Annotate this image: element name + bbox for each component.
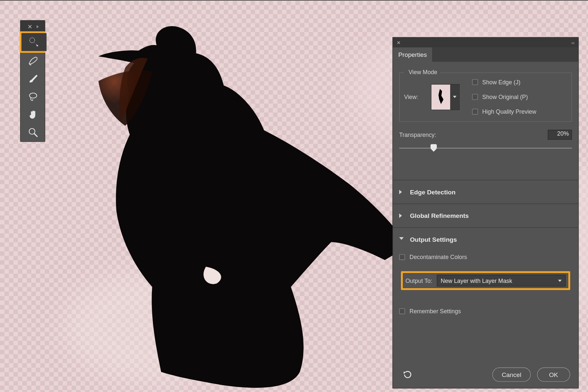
chevron-down-icon[interactable] bbox=[450, 84, 459, 109]
tools-toolbar: ✕ ›› bbox=[20, 20, 45, 142]
show-original-checkbox[interactable]: Show Original (P) bbox=[472, 93, 536, 100]
svg-point-0 bbox=[30, 38, 35, 43]
show-edge-checkbox[interactable]: Show Edge (J) bbox=[472, 79, 536, 86]
refine-brush-icon bbox=[27, 55, 39, 67]
output-to-label: Output To: bbox=[405, 277, 432, 284]
tab-strip bbox=[433, 47, 579, 62]
chevron-right-icon bbox=[399, 213, 404, 218]
transparency-slider[interactable] bbox=[399, 142, 572, 156]
view-label: View: bbox=[404, 93, 418, 100]
collapse-icon[interactable]: ‹‹ bbox=[571, 40, 575, 45]
output-to-highlight: Output To: New Layer with Layer Mask bbox=[401, 271, 570, 290]
view-mode-dropdown[interactable] bbox=[431, 84, 460, 110]
reset-icon bbox=[403, 370, 413, 379]
chevron-right-icon bbox=[399, 190, 404, 194]
output-to-select[interactable]: New Layer with Layer Mask bbox=[437, 275, 566, 286]
refine-edge-brush-tool[interactable] bbox=[21, 52, 46, 70]
hand-tool[interactable] bbox=[21, 106, 46, 123]
zoom-tool[interactable] bbox=[21, 123, 46, 141]
svg-line-3 bbox=[34, 134, 37, 137]
remember-settings-checkbox[interactable]: Remember Settings bbox=[399, 308, 572, 315]
close-icon[interactable]: ✕ bbox=[27, 23, 32, 30]
panel-titlebar[interactable]: ✕ ‹‹ bbox=[393, 38, 578, 47]
reset-button[interactable] bbox=[401, 369, 415, 380]
quick-selection-icon bbox=[28, 36, 40, 48]
expand-icon[interactable]: ›› bbox=[36, 23, 38, 29]
chevron-down-icon bbox=[399, 237, 404, 242]
global-refinements-section[interactable]: Global Refinements bbox=[393, 204, 578, 228]
view-mode-legend: View Mode bbox=[407, 69, 439, 76]
edge-detection-section[interactable]: Edge Detection bbox=[393, 180, 578, 204]
close-icon[interactable]: ✕ bbox=[397, 40, 400, 45]
transparency-input[interactable]: 20% bbox=[548, 130, 572, 139]
view-thumbnail bbox=[431, 84, 450, 109]
cancel-button[interactable]: Cancel bbox=[492, 368, 531, 382]
output-to-value: New Layer with Layer Mask bbox=[441, 277, 512, 284]
decontaminate-colors-checkbox[interactable]: Decontaminate Colors bbox=[399, 254, 572, 261]
ok-button[interactable]: OK bbox=[537, 368, 570, 382]
lasso-icon bbox=[27, 91, 39, 103]
high-quality-preview-checkbox[interactable]: High Quality Preview bbox=[472, 108, 536, 115]
brush-tool[interactable] bbox=[21, 70, 46, 88]
tab-properties[interactable]: Properties bbox=[393, 47, 433, 62]
output-settings-section[interactable]: Output Settings bbox=[393, 228, 578, 251]
quick-selection-tool[interactable] bbox=[22, 33, 47, 51]
chevron-down-icon bbox=[558, 280, 562, 282]
view-mode-group: View Mode View: Show Edge (J) Show Origi… bbox=[399, 73, 572, 122]
properties-panel: ✕ ‹‹ Properties View Mode View: bbox=[392, 37, 579, 388]
svg-point-1 bbox=[29, 93, 37, 98]
zoom-icon bbox=[27, 127, 39, 139]
subject-silhouette bbox=[58, 18, 407, 390]
brush-icon bbox=[27, 73, 39, 85]
transparency-label: Transparency: bbox=[399, 131, 436, 138]
hand-icon bbox=[27, 109, 39, 121]
lasso-tool[interactable] bbox=[21, 88, 46, 106]
toolbar-grip[interactable]: ✕ ›› bbox=[21, 21, 45, 32]
